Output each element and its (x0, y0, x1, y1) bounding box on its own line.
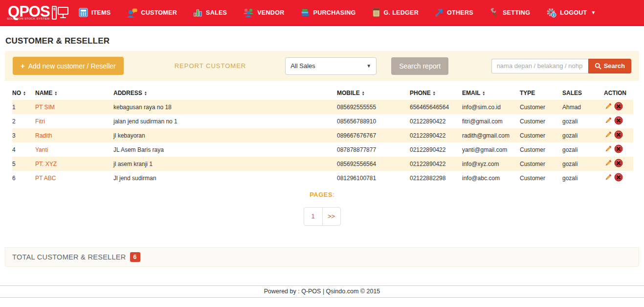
search-button[interactable]: Search (588, 59, 631, 73)
cell-mobile: 085692555555 (337, 100, 410, 114)
cell-email: info@xyz.com (462, 157, 520, 171)
nav-item-label: SALES (206, 9, 227, 16)
edit-icon[interactable] (604, 173, 612, 183)
pages-label: PAGES: (12, 191, 632, 198)
cell-address: Jl jend sudirman (113, 171, 337, 185)
cell-phone: 02122890422 (410, 114, 462, 128)
report-customer-label: REPORT CUSTOMER (175, 62, 246, 70)
cell-sales: gozali (562, 114, 604, 128)
column-header-phone[interactable]: PHONE▲▼ (410, 88, 462, 100)
cell-name: PT SIM (35, 100, 113, 114)
nav-item-items[interactable]: ITEMS (79, 8, 111, 17)
cell-no: 1 (12, 100, 35, 114)
customer-row: 1PT SIMkebagusan raya no 180856925555556… (12, 100, 633, 114)
column-header-address[interactable]: ADDRESS▲▼ (113, 88, 337, 100)
nav-item-label: SETTING (503, 9, 530, 16)
cell-email: radith@gmail.com (462, 128, 520, 142)
delete-icon[interactable] (614, 173, 623, 183)
edit-icon[interactable] (604, 131, 612, 141)
customer-icon (127, 8, 137, 18)
pagination: 1>> (304, 207, 341, 226)
cell-sales: gozali (562, 128, 604, 142)
next-page-button[interactable]: >> (322, 208, 340, 225)
column-header-action: ACTION (604, 88, 633, 100)
customer-panel: + Add new customer / Reseller REPORT CUS… (5, 51, 639, 267)
customer-row: 5PT. XYZjl asem kranji 10856925565640212… (12, 157, 633, 171)
search-button-label: Search (604, 62, 625, 70)
cell-action (604, 114, 633, 128)
nav-item-label: VENDOR (257, 9, 284, 16)
delete-icon[interactable] (614, 102, 623, 112)
cell-type: Customer (520, 142, 562, 157)
cell-mobile: 081296100781 (337, 171, 410, 185)
cell-action (604, 157, 633, 171)
nav-item-label: CUSTOMER (141, 9, 177, 16)
delete-icon[interactable] (614, 116, 623, 126)
delete-icon[interactable] (614, 130, 623, 141)
search-group: Search (491, 59, 631, 73)
search-report-button[interactable]: Search report (391, 57, 448, 75)
table-section: NO▲▼NAME▲▼ADDRESS▲▼MOBILE▲▼PHONE▲▼EMAIL▲… (5, 81, 639, 247)
customer-name-link[interactable]: PT. XYZ (35, 161, 57, 167)
delete-icon[interactable] (614, 144, 623, 155)
cell-mobile: 085692556564 (337, 157, 410, 171)
toolbar: + Add new customer / Reseller REPORT CUS… (5, 51, 639, 81)
nav-item-purchasing[interactable]: PURCHASING (301, 8, 356, 17)
top-navbar: QPOS SOLUTION STOCK SYSTEM ITEMSCUSTOMER… (0, 0, 644, 26)
customer-name-link[interactable]: Fitri (35, 118, 45, 125)
customer-name-link[interactable]: Yanti (35, 146, 48, 153)
customer-name-link[interactable]: PT ABC (35, 175, 56, 182)
add-customer-label: Add new customer / Reseller (28, 62, 116, 70)
nav-item-customer[interactable]: CUSTOMER (127, 8, 177, 18)
nav-item-label: ITEMS (91, 9, 111, 16)
sort-icon: ▲▼ (433, 91, 436, 96)
nav-item-others[interactable]: OTHERS (435, 8, 473, 17)
cell-no: 2 (12, 114, 35, 128)
page-button-1[interactable]: 1 (304, 208, 322, 225)
column-header-email[interactable]: EMAIL▲▼ (462, 88, 520, 100)
nav-item-label: LOGOUT (560, 9, 587, 16)
customer-name-link[interactable]: PT SIM (35, 104, 55, 111)
customer-name-link[interactable]: Radith (35, 132, 52, 139)
delete-icon[interactable] (614, 159, 623, 169)
customer-row: 2Fitrijalan jend sudirman no 10856567889… (12, 114, 633, 128)
column-header-no[interactable]: NO▲▼ (12, 88, 35, 100)
cell-address: kebagusan raya no 18 (113, 100, 337, 114)
nav-item-logout[interactable]: iLOGOUT▼ (546, 8, 596, 18)
sort-icon: ▲▼ (362, 91, 365, 96)
computer-icon (51, 5, 69, 21)
cell-email: fitri@gmail.com (462, 114, 520, 128)
sales-filter-select[interactable]: All Sales (285, 57, 377, 75)
footer: Powered by : Q-POS | Qsindo.com © 2015 (0, 285, 644, 298)
cell-email: info@sim.co.id (462, 100, 520, 114)
column-header-mobile[interactable]: MOBILE▲▼ (337, 88, 410, 100)
cell-action (604, 171, 633, 185)
edit-icon[interactable] (604, 145, 612, 155)
svg-text:i: i (553, 13, 554, 17)
column-header-sales: SALES (562, 88, 604, 100)
cell-phone: 02122890422 (410, 142, 462, 157)
pagination-wrap: 1>> (12, 207, 632, 247)
nav-item-vendor[interactable]: VENDOR (243, 8, 284, 18)
qpos-logo[interactable]: QPOS SOLUTION STOCK SYSTEM (7, 5, 69, 21)
edit-icon[interactable] (604, 102, 612, 112)
column-header-name[interactable]: NAME▲▼ (35, 88, 113, 100)
cell-name: Fitri (35, 114, 113, 128)
cell-type: Customer (520, 128, 562, 142)
edit-icon[interactable] (604, 159, 612, 169)
cell-action (604, 100, 633, 114)
nav-menu: ITEMSCUSTOMERSALESVENDORPURCHASINGG. LED… (79, 8, 596, 18)
sort-icon: ▲▼ (23, 91, 26, 96)
cell-mobile: 089667676767 (337, 128, 410, 142)
nav-item-sales[interactable]: SALES (193, 8, 227, 17)
nav-item-g-ledger[interactable]: G. LEDGER (372, 8, 419, 17)
cell-sales: gozali (562, 171, 604, 185)
nav-item-setting[interactable]: SETTING (489, 8, 530, 17)
cell-sales: Ahmad (562, 100, 604, 114)
cell-address: jl kebayoran (113, 128, 337, 142)
edit-icon[interactable] (604, 117, 612, 126)
add-customer-button[interactable]: + Add new customer / Reseller (13, 57, 124, 75)
cell-phone: 02122890422 (410, 128, 462, 142)
caret-down-icon: ▼ (591, 10, 596, 15)
search-input[interactable] (491, 59, 588, 73)
